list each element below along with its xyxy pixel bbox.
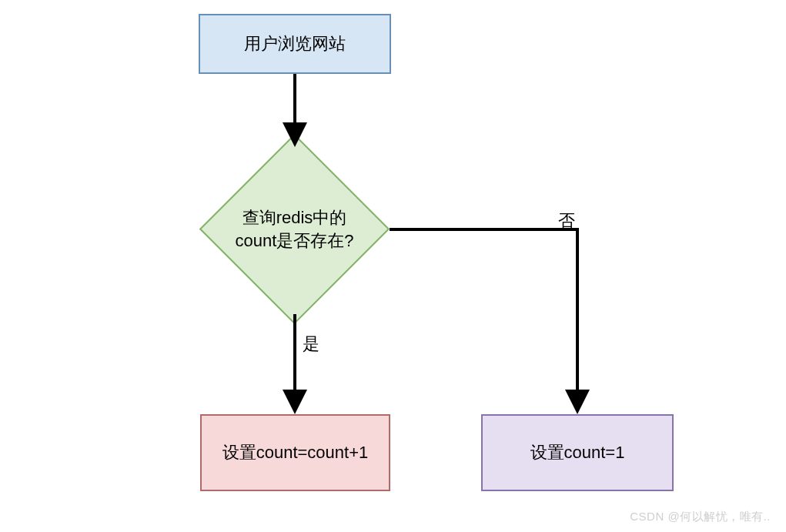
node-yes-action: 设置count=count+1 bbox=[200, 414, 390, 491]
node-no-action-label: 设置count=1 bbox=[530, 441, 625, 464]
node-decision-label: 查询redis中的count是否存在? bbox=[227, 162, 362, 296]
decision-text: 查询redis中的count是否存在? bbox=[235, 206, 354, 252]
node-start: 用户浏览网站 bbox=[199, 14, 391, 74]
arrow-decision-to-no bbox=[390, 229, 577, 408]
edge-label-no: 否 bbox=[558, 209, 575, 233]
node-no-action: 设置count=1 bbox=[481, 414, 674, 491]
edge-label-yes: 是 bbox=[303, 333, 319, 356]
node-yes-action-label: 设置count=count+1 bbox=[222, 441, 369, 464]
node-start-label: 用户浏览网站 bbox=[244, 32, 346, 55]
watermark: CSDN @何以解忧，唯有.. bbox=[630, 510, 771, 524]
node-decision: 查询redis中的count是否存在? bbox=[227, 162, 362, 296]
